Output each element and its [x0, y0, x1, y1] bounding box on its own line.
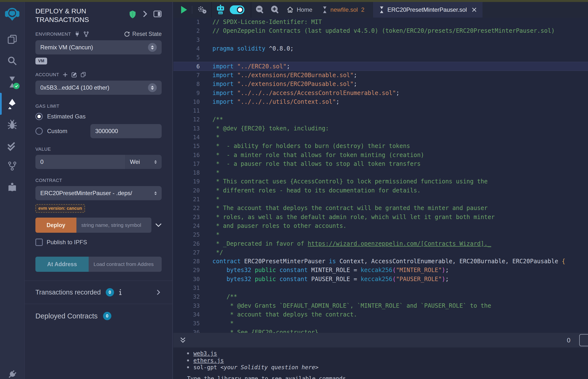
tab-erc20-preset-minter-pauser[interactable]: ERC20PresetMinterPauser.sol: [373, 2, 482, 17]
compile-settings-icon[interactable]: [197, 5, 207, 15]
line-number[interactable]: 35: [173, 320, 200, 327]
solidity-compiler-icon[interactable]: [0, 74, 24, 91]
info-icon[interactable]: [119, 289, 122, 296]
line-number[interactable]: 30: [173, 276, 200, 282]
code-line[interactable]: 9import "../../../access/AccessControlEn…: [173, 88, 588, 97]
line-number[interactable]: 6: [173, 63, 200, 70]
unit-testing-icon[interactable]: [0, 138, 24, 155]
copy-account-icon[interactable]: [81, 72, 86, 78]
line-number[interactable]: 34: [173, 311, 200, 318]
zoom-in-icon[interactable]: [270, 5, 280, 15]
line-number[interactable]: 10: [173, 99, 200, 105]
estimated-gas-radio[interactable]: [35, 113, 43, 120]
code-line[interactable]: 2// OpenZeppelin Contracts (last updated…: [173, 26, 588, 35]
line-number[interactable]: 1: [173, 19, 200, 25]
custom-gas-input[interactable]: 3000000: [90, 124, 162, 138]
line-number[interactable]: 36: [173, 329, 200, 333]
line-number[interactable]: 14: [173, 134, 200, 141]
code-line[interactable]: 25 *: [173, 230, 588, 239]
deploy-button[interactable]: Deploy: [35, 218, 77, 233]
line-number[interactable]: 9: [173, 90, 200, 96]
code-line[interactable]: 17 * - a pauser role that allows to stop…: [173, 159, 588, 168]
code-line[interactable]: 36 * See {ERC20-constructor}.: [173, 328, 588, 333]
line-number[interactable]: 26: [173, 240, 200, 247]
line-number[interactable]: 2: [173, 28, 200, 34]
git-icon[interactable]: [0, 158, 24, 174]
line-number[interactable]: 3: [173, 37, 200, 43]
code-line[interactable]: 6import "../ERC20.sol";: [173, 62, 588, 71]
expand-constructor-icon[interactable]: [155, 223, 162, 227]
terminal-output[interactable]: web3.jsethers.js sol-gpt <your Solidity …: [173, 347, 588, 379]
account-select[interactable]: 0x5B3...eddC4 (100 ether): [35, 80, 162, 95]
code-line[interactable]: 15 * - ability for holders to burn (dest…: [173, 142, 588, 150]
line-number[interactable]: 4: [173, 46, 200, 52]
contract-select[interactable]: ERC20PresetMinterPauser - .deps/: [35, 186, 162, 200]
line-number[interactable]: 25: [173, 232, 200, 238]
expand-transactions-icon[interactable]: [156, 289, 160, 296]
line-number[interactable]: 29: [173, 267, 200, 273]
line-number[interactable]: 7: [173, 72, 200, 79]
code-line[interactable]: 19 * This contract uses {AccessControl} …: [173, 177, 588, 186]
code-line[interactable]: 18 *: [173, 168, 588, 177]
line-number[interactable]: 20: [173, 187, 200, 194]
value-input[interactable]: 0: [35, 155, 125, 169]
code-line[interactable]: 12/**: [173, 115, 588, 124]
code-line[interactable]: 22 * The account that deploys the contra…: [173, 204, 588, 212]
fork-environment-icon[interactable]: [83, 31, 89, 37]
environment-select[interactable]: Remix VM (Cancun): [35, 40, 162, 54]
code-line[interactable]: 24 * and pauser roles to other accounts.: [173, 221, 588, 230]
chevron-right-icon[interactable]: [142, 10, 147, 17]
remix-logo-icon[interactable]: [0, 5, 24, 22]
line-number[interactable]: 8: [173, 81, 200, 87]
code-line[interactable]: 21 *: [173, 195, 588, 204]
deploy-run-icon[interactable]: [0, 95, 24, 112]
code-line[interactable]: 13 * @dev {ERC20} token, including:: [173, 124, 588, 133]
code-line[interactable]: 5: [173, 53, 588, 62]
code-line[interactable]: 11: [173, 106, 588, 115]
code-line[interactable]: 3: [173, 35, 588, 44]
line-number[interactable]: 28: [173, 258, 200, 265]
line-number[interactable]: 33: [173, 302, 200, 309]
code-line[interactable]: 8import "../extensions/ERC20Pausable.sol…: [173, 79, 588, 88]
code-line[interactable]: 10import "../../../utils/Context.sol";: [173, 97, 588, 106]
code-line[interactable]: 31: [173, 284, 588, 292]
line-number[interactable]: 32: [173, 294, 200, 300]
plugin-manager-icon[interactable]: [0, 366, 24, 379]
learneth-icon[interactable]: [0, 178, 24, 195]
constructor-args-input[interactable]: string name, string symbol: [77, 218, 151, 233]
line-number[interactable]: 11: [173, 108, 200, 114]
code-line[interactable]: 23 * roles, as well as the default admin…: [173, 213, 588, 221]
debugger-icon[interactable]: [0, 116, 24, 133]
code-line[interactable]: 29 bytes32 public constant MINTER_ROLE =…: [173, 266, 588, 274]
line-number[interactable]: 12: [173, 116, 200, 123]
code-line[interactable]: 1// SPDX-License-Identifier: MIT: [173, 17, 588, 26]
code-line[interactable]: 26 * _Deprecated in favor of https://wiz…: [173, 239, 588, 248]
at-address-input[interactable]: Load contract from Addres: [89, 257, 162, 272]
terminal-library-link[interactable]: ethers.js: [193, 357, 224, 363]
line-number[interactable]: 16: [173, 152, 200, 158]
code-line[interactable]: 16 * - a minter role that allows for tok…: [173, 150, 588, 159]
custom-gas-radio[interactable]: [35, 127, 43, 135]
search-icon[interactable]: [0, 52, 24, 69]
code-line[interactable]: 30 bytes32 public constant PAUSER_ROLE =…: [173, 275, 588, 284]
line-number[interactable]: 17: [173, 161, 200, 167]
file-explorer-icon[interactable]: [0, 31, 24, 48]
pin-panel-icon[interactable]: [153, 10, 162, 17]
code-line[interactable]: 4pragma solidity ^0.8.0;: [173, 44, 588, 53]
line-number[interactable]: 31: [173, 285, 200, 291]
code-line[interactable]: 33 * @dev Grants `DEFAULT_ADMIN_ROLE`, `…: [173, 301, 588, 310]
line-number[interactable]: 27: [173, 249, 200, 256]
edit-account-icon[interactable]: [71, 72, 77, 78]
collapse-terminal-icon[interactable]: [180, 336, 186, 344]
terminal-library-link[interactable]: web3.js: [193, 350, 217, 357]
zoom-out-icon[interactable]: [255, 5, 265, 15]
at-address-button[interactable]: At Address: [35, 257, 89, 272]
reset-state-button[interactable]: Reset State: [124, 31, 162, 37]
publish-ipfs-checkbox[interactable]: [35, 238, 43, 246]
value-unit-select[interactable]: Wei: [125, 155, 162, 169]
line-number[interactable]: 5: [173, 54, 200, 61]
line-number[interactable]: 15: [173, 143, 200, 149]
transactions-recorded-row[interactable]: Transactions recorded 0: [35, 281, 162, 304]
line-number[interactable]: 18: [173, 170, 200, 176]
line-number[interactable]: 19: [173, 178, 200, 185]
